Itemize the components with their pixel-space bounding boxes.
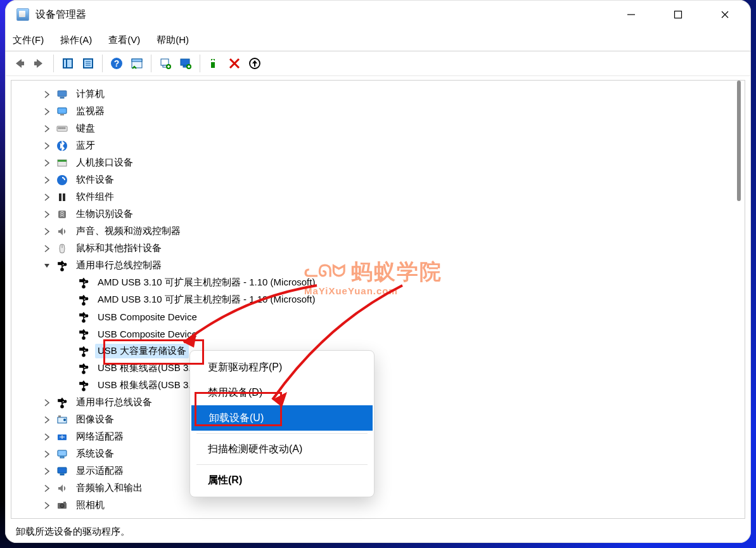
- svg-rect-27: [58, 127, 60, 129]
- bluetooth-icon: [56, 140, 68, 152]
- scrollbar-thumb[interactable]: [737, 81, 741, 201]
- svg-rect-41: [58, 263, 60, 264]
- menu-properties[interactable]: 属性(R): [190, 467, 374, 493]
- chevron-right-icon[interactable]: [42, 415, 52, 425]
- maximize-button[interactable]: [655, 0, 702, 29]
- tree-item[interactable]: AMD USB 3.10 可扩展主机控制器 - 1.10 (Microsoft): [11, 274, 733, 291]
- svg-rect-73: [58, 400, 60, 401]
- tree-category[interactable]: 软件组件: [11, 188, 733, 206]
- tree-category[interactable]: 监视器: [11, 103, 733, 120]
- svg-point-54: [86, 315, 87, 316]
- chevron-right-icon[interactable]: [42, 226, 52, 237]
- svg-rect-36: [63, 193, 65, 201]
- menu-action[interactable]: 操作(A): [59, 33, 93, 48]
- chevron-right-icon[interactable]: [42, 107, 52, 117]
- update-driver-button[interactable]: [245, 54, 265, 73]
- chevron-right-icon[interactable]: [42, 483, 52, 493]
- chevron-right-icon[interactable]: [42, 398, 52, 408]
- menu-help[interactable]: 帮助(H): [155, 33, 190, 48]
- svg-point-40: [61, 268, 63, 271]
- chevron-right-icon[interactable]: [42, 466, 52, 476]
- svg-rect-35: [59, 193, 61, 201]
- tree-category[interactable]: 键盘: [11, 120, 733, 137]
- svg-rect-29: [62, 127, 63, 129]
- sound-icon: [56, 225, 68, 238]
- chevron-right-icon[interactable]: [42, 158, 52, 168]
- minimize-button[interactable]: [608, 0, 655, 29]
- usb-icon: [77, 277, 90, 289]
- close-button[interactable]: [702, 0, 748, 29]
- tree-item-label: USB Composite Device: [95, 310, 200, 323]
- tree-item-label: USB 根集线器(USB 3.0): [95, 361, 202, 375]
- tree-category[interactable]: 生物识别设备: [11, 206, 733, 223]
- tree-category[interactable]: 蓝牙: [11, 137, 733, 154]
- svg-rect-30: [64, 127, 65, 129]
- system-icon: [56, 448, 68, 460]
- menubar: 文件(F) 操作(A) 查看(V) 帮助(H): [5, 29, 751, 51]
- chevron-right-icon[interactable]: [42, 141, 52, 151]
- svg-rect-85: [63, 502, 66, 504]
- svg-rect-77: [58, 415, 61, 417]
- context-menu: 更新驱动程序(P) 禁用设备(D) 卸载设备(U) 扫描检测硬件改动(A) 属性…: [189, 350, 375, 497]
- window-title: 设备管理器: [35, 8, 86, 22]
- scrollbar[interactable]: [733, 81, 745, 518]
- menu-scan-hardware[interactable]: 扫描检测硬件改动(A): [190, 436, 374, 462]
- svg-rect-82: [60, 474, 64, 475]
- component-icon: [56, 191, 68, 204]
- chevron-right-icon[interactable]: [42, 432, 52, 442]
- menu-uninstall-device[interactable]: 卸载设备(U): [191, 405, 373, 431]
- uninstall-device-button[interactable]: [224, 54, 245, 73]
- svg-rect-80: [60, 457, 64, 458]
- tree-item[interactable]: USB Composite Device: [11, 325, 733, 342]
- menu-file[interactable]: 文件(F): [11, 33, 45, 48]
- svg-rect-13: [132, 59, 142, 62]
- chevron-right-icon[interactable]: [42, 124, 52, 134]
- svg-text:?: ?: [114, 58, 120, 68]
- tree-category[interactable]: 软件设备: [11, 171, 733, 188]
- tree-category-label: 蓝牙: [74, 138, 98, 153]
- keyboard-icon: [56, 122, 68, 135]
- svg-point-60: [82, 354, 85, 356]
- chevron-right-icon[interactable]: [42, 175, 52, 185]
- tree-category[interactable]: 通用串行总线控制器: [11, 257, 733, 274]
- chevron-right-icon[interactable]: [42, 244, 52, 254]
- back-button[interactable]: [9, 54, 29, 73]
- tree-category[interactable]: 人机接口设备: [11, 154, 733, 171]
- usb-icon: [56, 396, 68, 409]
- tree-category[interactable]: 计算机: [11, 86, 733, 103]
- tree-category-label: 通用串行总线设备: [74, 395, 155, 410]
- help-button[interactable]: ?: [106, 54, 127, 73]
- menu-view[interactable]: 查看(V): [107, 33, 141, 48]
- scan-hardware-button[interactable]: [155, 54, 176, 73]
- monitor-icon: [56, 105, 68, 118]
- chevron-right-icon[interactable]: [42, 500, 52, 511]
- show-hidden-button[interactable]: [58, 54, 78, 73]
- chevron-right-icon[interactable]: [42, 449, 52, 459]
- svg-rect-49: [80, 297, 82, 299]
- chevron-down-icon[interactable]: [42, 261, 52, 271]
- tree-item[interactable]: AMD USB 3.10 可扩展主机控制器 - 1.10 (Microsoft): [11, 291, 733, 308]
- add-legacy-hardware-button[interactable]: [176, 54, 196, 73]
- chevron-right-icon[interactable]: [42, 192, 52, 202]
- tree-item[interactable]: USB Composite Device: [11, 308, 733, 325]
- svg-point-46: [86, 280, 87, 282]
- svg-point-64: [82, 371, 85, 374]
- tree-category[interactable]: 鼠标和其他指针设备: [11, 240, 733, 257]
- svg-point-48: [82, 303, 85, 305]
- tree-category[interactable]: 照相机: [11, 497, 733, 514]
- properties-button[interactable]: [78, 54, 98, 73]
- tree-category[interactable]: 声音、视频和游戏控制器: [11, 223, 733, 240]
- tree-category-label: 鼠标和其他指针设备: [74, 241, 164, 256]
- details-pane-button[interactable]: [127, 54, 147, 73]
- enable-device-button[interactable]: [204, 54, 224, 73]
- svg-point-72: [61, 405, 63, 408]
- tree-category-label: 生物识别设备: [74, 207, 136, 221]
- tree-category-label: 声音、视频和游戏控制器: [74, 224, 183, 238]
- svg-point-68: [82, 388, 85, 391]
- menu-disable-device[interactable]: 禁用设备(D): [190, 380, 374, 405]
- chevron-right-icon[interactable]: [42, 89, 52, 100]
- menu-update-driver[interactable]: 更新驱动程序(P): [190, 355, 374, 380]
- svg-rect-1: [675, 11, 682, 18]
- chevron-right-icon[interactable]: [42, 209, 52, 219]
- forward-button[interactable]: [29, 54, 49, 73]
